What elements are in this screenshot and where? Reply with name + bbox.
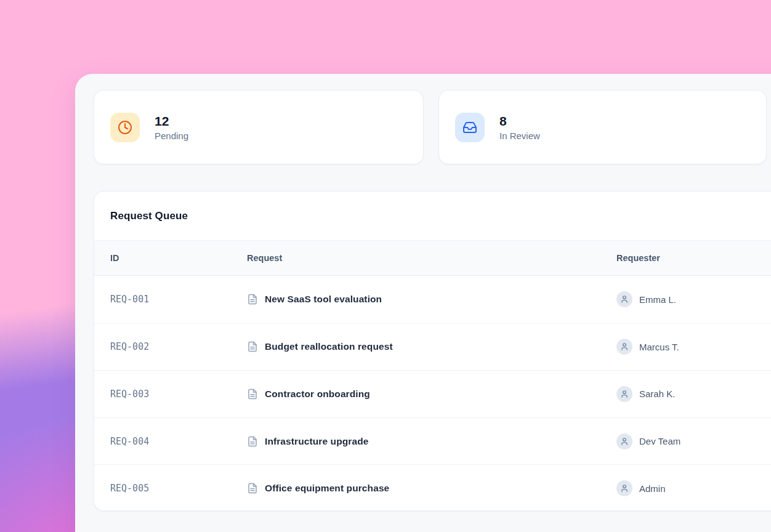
request-cell: Office equipment purchase — [247, 483, 616, 494]
requester-name: Marcus T. — [639, 342, 679, 352]
user-avatar-icon — [616, 339, 632, 355]
user-avatar-icon — [616, 480, 632, 496]
stats-row: 12 Pending 8 In Review — [94, 90, 767, 164]
table-header-row: ID Request Requester — [94, 241, 771, 276]
inbox-icon — [455, 113, 485, 142]
user-avatar-icon — [616, 386, 632, 402]
request-id: REQ-001 — [110, 294, 247, 305]
stat-label: In Review — [499, 131, 540, 141]
user-avatar-icon — [616, 433, 632, 449]
request-id: REQ-005 — [110, 483, 247, 494]
requester-cell: Emma L. — [616, 291, 771, 307]
file-text-icon — [247, 436, 258, 447]
requester-name: Admin — [639, 483, 666, 494]
table-row[interactable]: REQ-005 Office equipment purchase Admin — [94, 464, 771, 511]
stat-value: 12 — [155, 113, 188, 129]
requester-name: Dev Team — [639, 436, 680, 446]
request-title: Contractor onboarding — [265, 389, 370, 400]
page-background: 12 Pending 8 In Review Reque — [0, 0, 771, 532]
clock-icon — [110, 113, 140, 142]
card-title: Request Queue — [110, 210, 188, 222]
request-cell: New SaaS tool evaluation — [247, 294, 616, 305]
file-text-icon — [247, 389, 258, 400]
table-row[interactable]: REQ-002 Budget reallocation request Marc… — [94, 323, 771, 371]
stat-text: 8 In Review — [499, 113, 540, 141]
stat-card-in-review: 8 In Review — [438, 90, 767, 164]
file-text-icon — [247, 483, 258, 494]
requester-cell: Dev Team — [616, 433, 771, 449]
request-title: Infrastructure upgrade — [265, 436, 368, 447]
file-text-icon — [247, 341, 258, 352]
request-queue-card: Request Queue ID Request Requester REQ-0… — [94, 191, 771, 511]
requester-name: Emma L. — [639, 294, 676, 305]
column-header-requester: Requester — [616, 253, 771, 263]
file-text-icon — [247, 294, 258, 305]
request-title: New SaaS tool evaluation — [265, 294, 382, 305]
request-id: REQ-003 — [110, 389, 247, 400]
request-cell: Contractor onboarding — [247, 389, 616, 400]
request-title: Office equipment purchase — [265, 483, 389, 494]
table-row[interactable]: REQ-003 Contractor onboarding Sarah K. — [94, 370, 771, 417]
stat-label: Pending — [155, 131, 188, 141]
table-body: REQ-001 New SaaS tool evaluation Emma L. — [94, 276, 771, 511]
stat-text: 12 Pending — [155, 113, 188, 141]
card-header: Request Queue — [94, 191, 771, 241]
requester-cell: Admin — [616, 480, 771, 496]
column-header-request: Request — [247, 253, 616, 263]
stat-card-pending: 12 Pending — [94, 90, 424, 164]
request-cell: Infrastructure upgrade — [247, 436, 616, 447]
request-id: REQ-002 — [110, 341, 247, 352]
stat-value: 8 — [499, 113, 540, 129]
requester-cell: Sarah K. — [616, 386, 771, 402]
requester-name: Sarah K. — [639, 389, 675, 399]
requester-cell: Marcus T. — [616, 339, 771, 355]
user-avatar-icon — [616, 291, 632, 307]
column-header-id: ID — [110, 253, 247, 263]
request-title: Budget reallocation request — [265, 341, 393, 352]
request-cell: Budget reallocation request — [247, 341, 616, 352]
table-row[interactable]: REQ-004 Infrastructure upgrade Dev Team — [94, 417, 771, 465]
request-id: REQ-004 — [110, 436, 247, 447]
content-panel: 12 Pending 8 In Review Reque — [75, 74, 771, 532]
table-row[interactable]: REQ-001 New SaaS tool evaluation Emma L. — [94, 276, 771, 323]
